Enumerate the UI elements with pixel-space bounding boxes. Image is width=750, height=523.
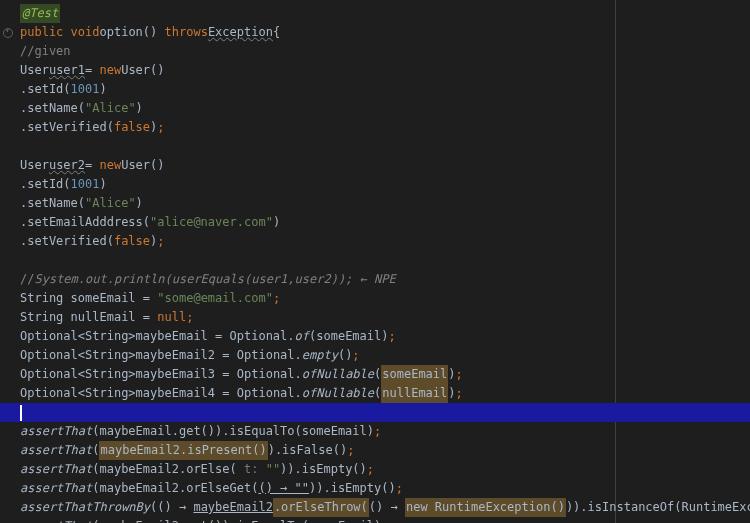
chain-call: .setId( bbox=[20, 80, 71, 99]
arg-highlighted: someEmail bbox=[381, 365, 448, 384]
type: User bbox=[20, 61, 49, 80]
current-line[interactable] bbox=[0, 403, 750, 422]
code-line[interactable]: assertThat(maybeEmail2.orElseGet(() → ""… bbox=[0, 479, 750, 498]
code-line[interactable]: assertThat(maybeEmail2.isPresent()).isFa… bbox=[0, 441, 750, 460]
keyword: new bbox=[99, 156, 121, 175]
param-hint: t: bbox=[237, 460, 266, 479]
parens: () bbox=[143, 23, 165, 42]
assert-call: assertThatThrownBy bbox=[20, 498, 150, 517]
annotation: @Test bbox=[20, 4, 60, 23]
arg: someEmail bbox=[316, 327, 381, 346]
code-line[interactable]: // System.out.println(userEquals(user1,u… bbox=[0, 270, 750, 289]
type: Optional<String> bbox=[20, 384, 136, 403]
decl: String someEmail = bbox=[20, 289, 157, 308]
chain-call: .setEmailAdddress( bbox=[20, 213, 150, 232]
number: 1001 bbox=[71, 80, 100, 99]
decl: String nullEmail = bbox=[20, 308, 157, 327]
type: Optional<String> bbox=[20, 327, 136, 346]
expr: (maybeEmail.get()).isEqualTo(someEmail) bbox=[92, 422, 374, 441]
type: User bbox=[20, 156, 49, 175]
type: Optional<String> bbox=[20, 365, 136, 384]
code-line[interactable]: String someEmail = "some@email.com"; bbox=[0, 289, 750, 308]
blank-line[interactable] bbox=[0, 251, 750, 270]
lambda: () → "" bbox=[258, 479, 309, 498]
code-line[interactable]: .setVerified(false); bbox=[0, 118, 750, 137]
code-editor[interactable]: @Test public void option() throws Except… bbox=[0, 0, 750, 523]
comment: //given bbox=[20, 42, 71, 61]
class-ref: Exception bbox=[208, 23, 273, 42]
variable: maybeEmail bbox=[136, 327, 208, 346]
assert-call: assertThat bbox=[20, 479, 92, 498]
method-name: option bbox=[99, 23, 142, 42]
code-line[interactable]: .setVerified(false); bbox=[0, 232, 750, 251]
keyword: public void bbox=[20, 23, 99, 42]
ctor: User bbox=[121, 156, 150, 175]
code-line[interactable]: Optional<String> maybeEmail2 = Optional.… bbox=[0, 346, 750, 365]
code-line[interactable]: String nullEmail = null; bbox=[0, 308, 750, 327]
assert-call: assertThat bbox=[20, 460, 92, 479]
comment-slashes: // bbox=[20, 270, 34, 289]
expr: (maybeEmail3.get()).isEqualTo(someEmail) bbox=[92, 517, 381, 523]
code-line[interactable]: assertThat(maybeEmail3.get()).isEqualTo(… bbox=[0, 517, 750, 523]
code-line[interactable]: .setId(1001) bbox=[0, 175, 750, 194]
code-line[interactable]: assertThat(maybeEmail2.orElse( t: "")).i… bbox=[0, 460, 750, 479]
chain-call: .setName( bbox=[20, 99, 85, 118]
string: "alice@naver.com" bbox=[150, 213, 273, 232]
static-method: of bbox=[295, 327, 309, 346]
expr-highlighted: maybeEmail2.isPresent() bbox=[99, 441, 267, 460]
boolean: false bbox=[114, 118, 150, 137]
variable: maybeEmail3 bbox=[136, 365, 215, 384]
string: "some@email.com" bbox=[157, 289, 273, 308]
static-method: ofNullable bbox=[302, 384, 374, 403]
code-line[interactable]: assertThatThrownBy(() → maybeEmail2.orEl… bbox=[0, 498, 750, 517]
chain-call: .setVerified( bbox=[20, 232, 114, 251]
boolean: false bbox=[114, 232, 150, 251]
commented-code: System.out.println(userEquals(user1,user… bbox=[34, 270, 395, 289]
static-method: empty bbox=[302, 346, 338, 365]
caret-icon bbox=[20, 405, 22, 421]
code-line[interactable]: User user2 = new User() bbox=[0, 156, 750, 175]
keyword: new bbox=[99, 61, 121, 80]
static-method: ofNullable bbox=[302, 365, 374, 384]
keyword: throws bbox=[165, 23, 208, 42]
code-line[interactable]: Optional<String> maybeEmail = Optional.o… bbox=[0, 327, 750, 346]
variable: user1 bbox=[49, 61, 85, 80]
string: "Alice" bbox=[85, 194, 136, 213]
code-line[interactable]: .setName("Alice") bbox=[0, 99, 750, 118]
code-line[interactable]: assertThat(maybeEmail.get()).isEqualTo(s… bbox=[0, 422, 750, 441]
code-line[interactable]: .setName("Alice") bbox=[0, 194, 750, 213]
assert-call: assertThat bbox=[20, 441, 92, 460]
expr-highlighted: .orElseThrow( bbox=[273, 498, 369, 517]
expr: maybeEmail2 bbox=[193, 498, 272, 517]
assert-call: assertThat bbox=[20, 517, 92, 523]
chain-call: .setId( bbox=[20, 175, 71, 194]
code-line[interactable]: @Test bbox=[0, 4, 750, 23]
chain-call: .setVerified( bbox=[20, 118, 114, 137]
number: 1001 bbox=[71, 175, 100, 194]
null: null bbox=[157, 308, 186, 327]
code-line[interactable]: //given bbox=[0, 42, 750, 61]
code-line[interactable]: Optional<String> maybeEmail4 = Optional.… bbox=[0, 384, 750, 403]
type: Optional<String> bbox=[20, 346, 136, 365]
code-line[interactable]: Optional<String> maybeEmail3 = Optional.… bbox=[0, 365, 750, 384]
blank-line[interactable] bbox=[0, 137, 750, 156]
gutter-fold-icon[interactable] bbox=[0, 28, 16, 38]
code-line[interactable]: public void option() throws Exception { bbox=[0, 23, 750, 42]
string: "Alice" bbox=[85, 99, 136, 118]
assert-call: assertThat bbox=[20, 422, 92, 441]
code-line[interactable]: .setEmailAdddress("alice@naver.com") bbox=[0, 213, 750, 232]
variable: maybeEmail2 bbox=[136, 346, 215, 365]
chain-call: .setName( bbox=[20, 194, 85, 213]
arg-highlighted: nullEmail bbox=[381, 384, 448, 403]
variable: user2 bbox=[49, 156, 85, 175]
variable: maybeEmail4 bbox=[136, 384, 215, 403]
ctor: User bbox=[121, 61, 150, 80]
expr-highlighted: new RuntimeException() bbox=[405, 498, 566, 517]
code-line[interactable]: User user1 = new User() bbox=[0, 61, 750, 80]
code-line[interactable]: .setId(1001) bbox=[0, 80, 750, 99]
